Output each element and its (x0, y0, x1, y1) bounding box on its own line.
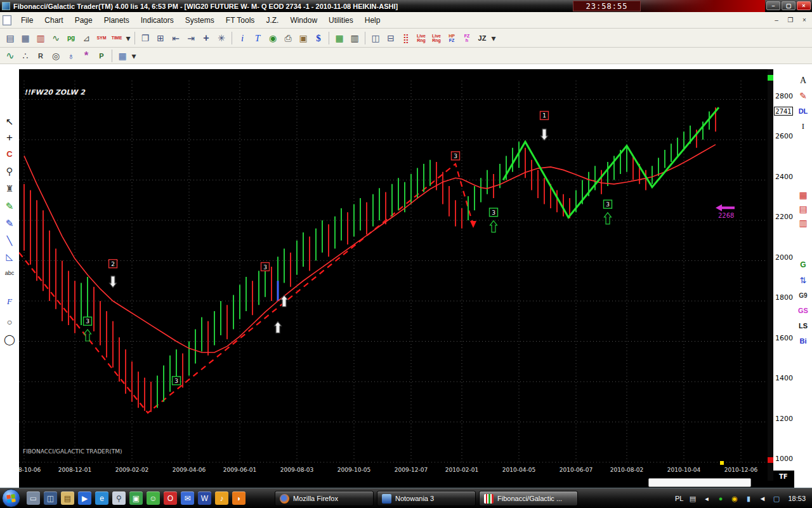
menu-item-utilities[interactable]: Utilities (323, 13, 359, 28)
grid-tool-icon[interactable]: ▦ (115, 48, 130, 63)
red-dot-grid-icon[interactable]: ⣿ (398, 30, 414, 45)
tile-horizontal-icon[interactable]: ◫ (368, 30, 383, 45)
edit-info-icon[interactable]: i (235, 30, 250, 45)
planet-tool-icon[interactable]: ◉ (265, 30, 280, 45)
p-tool-icon[interactable]: P (94, 48, 109, 63)
page-copy-icon[interactable]: ❐ (138, 30, 153, 45)
stamp-icon[interactable]: ▣ (296, 30, 311, 45)
zoom-tool-icon[interactable]: ⚲ (3, 164, 16, 178)
explorer-icon[interactable]: ▤ (61, 491, 74, 505)
tf-label[interactable]: TF (773, 473, 794, 480)
bi-icon[interactable]: Bi (796, 335, 811, 347)
chart-scrollbar[interactable] (768, 69, 773, 481)
menu-item-systems[interactable]: Systems (180, 13, 220, 28)
word-icon[interactable]: W (198, 491, 211, 505)
pencil-green-icon[interactable]: ✎ (3, 199, 16, 213)
time-icon[interactable]: TIME (109, 30, 124, 45)
live-rng-icon-1[interactable]: LiveRng (414, 30, 429, 45)
toolbar2-dropdown[interactable]: ▾ (130, 48, 138, 63)
menu-item-file[interactable]: File (15, 13, 39, 28)
window-switcher-icon[interactable]: ◫ (44, 491, 57, 505)
language-indicator[interactable]: PL (675, 495, 683, 502)
volume-tray-icon[interactable]: ◄ (757, 494, 767, 504)
task-button-fgt[interactable]: Fibonacci/Galactic ... (479, 491, 578, 506)
menu-item-j-z-[interactable]: J.Z. (260, 13, 284, 28)
trendline-tool-icon[interactable]: ╲ (3, 234, 16, 248)
task-button-notowania[interactable]: Notowania 3 (377, 491, 476, 506)
fibonacci-f-icon[interactable]: F (3, 295, 16, 309)
fz-h-icon[interactable]: FZh (459, 30, 475, 45)
ellipse-tool-icon[interactable]: ◯ (3, 332, 16, 346)
mdi-close-button[interactable]: × (799, 15, 809, 25)
dots-tool-icon[interactable]: ∴ (18, 48, 33, 63)
text-abc-icon[interactable]: abc (3, 266, 16, 280)
scale-out-icon[interactable]: ⇥ (183, 30, 199, 45)
g9-icon[interactable]: G9 (796, 289, 811, 302)
text-tool-icon[interactable]: T (250, 30, 265, 45)
jz-icon[interactable]: JZ (475, 30, 490, 45)
quote-table-icon[interactable]: ▦ (332, 30, 347, 45)
ie-icon[interactable]: e (95, 491, 108, 505)
wave-tool-icon[interactable]: ∿ (3, 48, 18, 63)
red-table-icon-2[interactable]: ▤ (796, 203, 811, 215)
tv-tray-icon[interactable]: ▢ (771, 494, 781, 504)
chart-page-icon[interactable]: ▦ (18, 30, 33, 45)
gg-tray-icon[interactable]: ◉ (730, 494, 739, 504)
menu-item-chart[interactable]: Chart (39, 13, 69, 28)
task-button-firefox[interactable]: Mozilla Firefox (275, 491, 374, 506)
sym-icon[interactable]: SYM (94, 30, 109, 45)
winamp-icon[interactable]: ♪ (215, 491, 228, 505)
tile-vertical-icon[interactable]: ⊟ (383, 30, 398, 45)
scale-in-icon[interactable]: ⇤ (168, 30, 183, 45)
show-hidden-icons[interactable]: ◂ (702, 494, 711, 504)
search-icon[interactable]: ⚲ (112, 491, 126, 505)
keyboard-icon[interactable]: ▤ (688, 494, 697, 504)
minimize-button[interactable]: – (766, 1, 780, 10)
pencil-color-icon[interactable]: ✎ (796, 90, 811, 102)
circles-tool-icon[interactable]: ◎ (48, 48, 63, 63)
pg-icon[interactable]: pg (63, 30, 79, 45)
asterisk-icon[interactable]: ✳ (214, 30, 229, 45)
bank-tool-icon[interactable]: ♜ (3, 182, 16, 196)
toolbar1-dropdown-2[interactable]: ▾ (490, 30, 497, 45)
menu-item-help[interactable]: Help (359, 13, 386, 28)
close-button[interactable]: × (797, 1, 811, 10)
gs-icon[interactable]: GS (796, 304, 811, 317)
triangle-tool-icon[interactable]: ◺ (3, 250, 16, 264)
menu-item-planets[interactable]: Planets (98, 13, 135, 28)
pencil-blue-icon[interactable]: ✎ (3, 217, 16, 231)
blue-arrows-icon[interactable]: ⇅ (796, 274, 811, 286)
messenger-icon[interactable]: ☺ (147, 491, 160, 505)
crosshair-icon[interactable]: + (199, 30, 214, 45)
dollar-icon[interactable]: $ (311, 30, 326, 45)
live-rng-icon-2[interactable]: LiveRng (429, 30, 444, 45)
a-annotation-icon[interactable]: A (796, 74, 811, 87)
mini-chart-icon[interactable]: ⊿ (79, 30, 94, 45)
network-tray-icon[interactable]: ▮ (743, 494, 753, 504)
mdi-restore-button[interactable]: ❐ (785, 15, 796, 25)
price-chart[interactable]: 3233331322682008-10-062008-12-012009-02-… (19, 69, 768, 481)
toolbar1-dropdown[interactable]: ▾ (124, 30, 132, 45)
bar-chart-icon[interactable]: ▥ (33, 30, 48, 45)
dl-icon[interactable]: DL (796, 105, 811, 117)
red-table-icon-3[interactable]: ▥ (796, 217, 811, 229)
ls-icon[interactable]: LS (796, 319, 811, 332)
outlook-icon[interactable]: ✉ (181, 491, 194, 505)
add-chart-icon[interactable]: ⊞ (153, 30, 168, 45)
menu-item-page[interactable]: Page (69, 13, 98, 28)
start-button[interactable] (2, 489, 20, 507)
i-beam-icon[interactable]: I (796, 120, 811, 133)
firefox-ql-icon[interactable]: ◗ (232, 491, 246, 505)
aspects-tool-icon[interactable]: * (79, 48, 94, 63)
indicator-list-icon[interactable]: ▥ (347, 30, 362, 45)
g-indicator-icon[interactable]: G (796, 258, 811, 271)
media-player-icon[interactable]: ▶ (78, 491, 91, 505)
red-table-icon-1[interactable]: ▦ (796, 189, 811, 201)
pointer-tool-icon[interactable]: ↖ (3, 115, 16, 129)
photo-gallery-icon[interactable]: ▣ (129, 491, 143, 505)
planets-tool-icon[interactable]: ♁ (63, 48, 79, 63)
print-icon[interactable]: ⎙ (280, 30, 296, 45)
menu-item-ft-tools[interactable]: FT Tools (220, 13, 261, 28)
chart-canvas[interactable]: 3233331322682008-10-062008-12-012009-02-… (19, 69, 768, 481)
menu-item-window[interactable]: Window (284, 13, 323, 28)
